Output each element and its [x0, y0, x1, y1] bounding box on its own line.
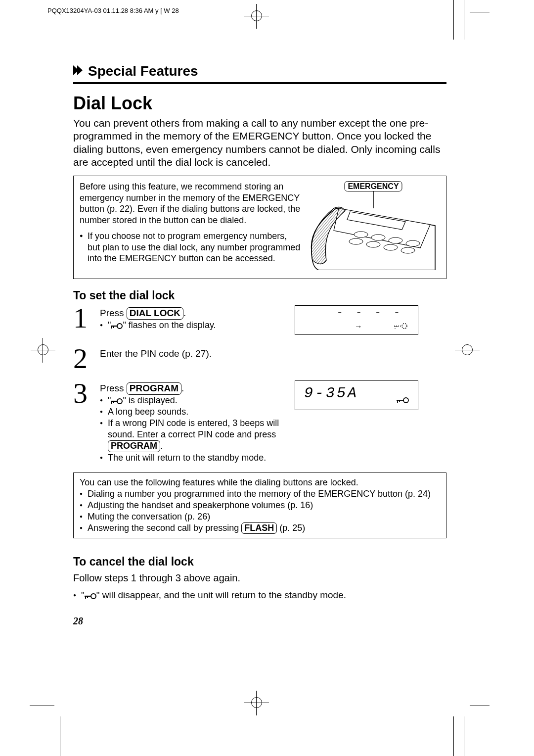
- note-4: Answering the second call by pressing FL…: [80, 522, 440, 534]
- svg-point-24: [403, 398, 408, 403]
- step-3-sub4: The unit will return to the standby mode…: [100, 452, 288, 464]
- key-icon: [111, 398, 123, 405]
- svg-point-8: [349, 238, 363, 244]
- note-lead: You can use the following features while…: [80, 477, 440, 488]
- svg-point-5: [371, 235, 385, 240]
- svg-point-6: [389, 237, 402, 243]
- crop-reg-right-circle: [462, 344, 473, 355]
- cancel-instruction: Follow steps 1 through 3 above again.: [73, 572, 446, 584]
- set-dial-lock-heading: To set the dial lock: [73, 289, 446, 302]
- step-3-sub3-text: If a wrong PIN code is entered, 3 beeps …: [108, 418, 279, 439]
- step-1-sub-text: " flashes on the display.: [123, 320, 216, 330]
- step-1-sub: "" flashes on the display.: [100, 320, 288, 331]
- step-2: 2 Enter the PIN code (p. 27).: [73, 346, 446, 372]
- cancel-bullet: "" will disappear, and the unit will ret…: [73, 590, 446, 601]
- svg-point-4: [354, 232, 368, 237]
- print-slug: PQQX13204YA-03 01.11.28 8:36 AM y [ W 28: [47, 7, 179, 14]
- crop-bottom-right-h: [470, 706, 490, 706]
- step-3-period: .: [181, 383, 184, 393]
- intro-paragraph: You can prevent others from making a cal…: [73, 117, 446, 169]
- crop-reg-left-circle: [38, 344, 48, 355]
- step-1-number: 1: [73, 305, 93, 331]
- step-3-sub1-text: " is displayed.: [123, 395, 177, 405]
- step-3-sub3-period: .: [160, 441, 163, 451]
- emergency-button-label: EMERGENCY: [344, 181, 402, 191]
- note-4-text: Answering the second call by pressing: [88, 523, 241, 533]
- locked-features-note: You can use the following features while…: [73, 472, 446, 539]
- section-header: Special Features: [73, 63, 446, 79]
- cancel-bullet-text: " will disappear, and the unit will retu…: [96, 590, 346, 600]
- step-1: 1 Press DIAL LOCK. "" flashes on the dis…: [73, 305, 446, 339]
- cancel-dial-lock-heading: To cancel the dial lock: [73, 555, 446, 568]
- step-3-sub1: "" is displayed.: [100, 395, 288, 406]
- note-2: Adjusting the handset and speakerphone v…: [80, 500, 440, 511]
- phone-illustration: EMERGENCY: [307, 181, 440, 272]
- crop-top-right-v2: [464, 0, 464, 40]
- crop-top-right-v: [453, 0, 454, 40]
- program-button-label-2: PROGRAM: [108, 440, 160, 452]
- crop-bottom-left-h: [30, 706, 54, 706]
- step-1-instruction: Press DIAL LOCK.: [100, 307, 288, 320]
- display1-key-icon: [393, 322, 407, 331]
- page-title: Dial Lock: [73, 93, 446, 114]
- section-title: Special Features: [88, 63, 198, 79]
- svg-point-16: [402, 324, 407, 329]
- page-content: Special Features Dial Lock You can preve…: [73, 63, 446, 627]
- step-3-sub3: If a wrong PIN code is entered, 3 beeps …: [100, 418, 288, 452]
- crop-bottom-left-v: [60, 716, 60, 756]
- page-number: 28: [73, 615, 446, 627]
- section-rule: [73, 82, 446, 84]
- step-3-press: Press: [100, 383, 127, 393]
- crop-bottom-right-v: [453, 716, 454, 756]
- crop-reg-bottom-circle: [251, 697, 262, 708]
- svg-point-20: [117, 399, 122, 404]
- key-icon: [111, 323, 123, 330]
- svg-point-10: [384, 244, 398, 250]
- key-icon: [85, 593, 96, 600]
- step-1-period: .: [183, 308, 186, 318]
- svg-marker-1: [77, 65, 83, 75]
- crop-bottom-right-v2: [464, 716, 464, 756]
- recommendation-text: Before using this feature, we recommend …: [80, 181, 302, 226]
- step-3: 3 Press PROGRAM. "" is displayed. A long…: [73, 380, 446, 464]
- display1-arrow-icon: →: [355, 322, 362, 331]
- crop-top-right-h: [470, 12, 490, 12]
- note-3: Muting the conversation (p. 26): [80, 511, 440, 522]
- svg-point-11: [401, 247, 415, 253]
- lcd-display-2: 9-35A: [295, 380, 418, 410]
- lcd-display-1: - - - - →: [295, 305, 418, 335]
- crop-reg-top-circle: [251, 10, 262, 21]
- svg-point-9: [366, 241, 380, 247]
- step-1-press: Press: [100, 308, 127, 318]
- svg-point-7: [406, 240, 420, 246]
- step-3-instruction: Press PROGRAM.: [100, 382, 288, 395]
- step-3-sub2: A long beep sounds.: [100, 406, 288, 418]
- svg-point-12: [117, 324, 122, 329]
- note-4-ref: (p. 25): [277, 523, 305, 533]
- flash-button-label: FLASH: [241, 522, 277, 534]
- step-2-instruction: Enter the PIN code (p. 27).: [100, 348, 446, 360]
- step-2-number: 2: [73, 346, 93, 372]
- program-button-label: PROGRAM: [127, 382, 181, 395]
- section-arrow-icon: [73, 65, 84, 77]
- cancel-bullet-q1: ": [81, 590, 85, 600]
- display2-number: 9-35A: [304, 385, 358, 402]
- step-3-number: 3: [73, 380, 93, 406]
- recommendation-bullet: If you choose not to program emergency n…: [80, 231, 302, 264]
- phone-icon: [307, 181, 440, 270]
- recommendation-box: Before using this feature, we recommend …: [73, 176, 446, 279]
- note-1: Dialing a number you programmed into the…: [80, 488, 440, 500]
- display1-dashes: - - - -: [337, 307, 403, 319]
- svg-point-28: [91, 594, 96, 599]
- dial-lock-button-label: DIAL LOCK: [127, 307, 183, 320]
- display2-key-icon: [396, 397, 409, 406]
